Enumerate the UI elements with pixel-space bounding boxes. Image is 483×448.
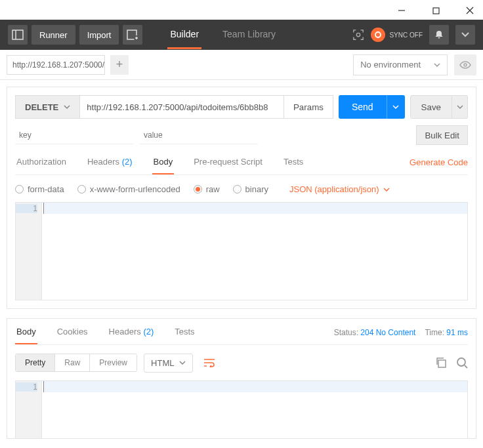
top-tabs: Builder Team Library [167,21,278,49]
notifications-button[interactable] [429,25,449,45]
radio-icon [77,185,86,193]
editor-textarea[interactable] [42,203,467,300]
top-toolbar: Runner Import Builder Team Library SYNC … [0,20,483,50]
resp-tab-headers[interactable]: Headers (2) [108,327,156,344]
svg-point-10 [357,33,360,36]
env-quicklook-button[interactable] [454,54,476,75]
radio-icon [194,185,202,193]
svg-line-14 [465,365,467,368]
tab-tests[interactable]: Tests [282,157,304,174]
param-key-input[interactable] [15,127,133,144]
request-panel: DELETE Params Send Save Bulk Edit Author… [7,87,476,309]
bulk-edit-button[interactable]: Bulk Edit [416,125,468,145]
body-type-selector: form-data x-www-form-urlencoded raw bina… [15,184,468,194]
save-dropdown[interactable] [452,95,468,119]
resp-tab-cookies[interactable]: Cookies [56,327,89,344]
tab-team-library[interactable]: Team Library [220,21,278,49]
request-body-editor[interactable]: 1 [15,202,468,300]
sync-toggle[interactable]: SYNC OFF [371,28,423,42]
svg-rect-12 [438,360,446,367]
radio-x-www-form-urlencoded[interactable]: x-www-form-urlencoded [77,184,180,194]
runner-button[interactable]: Runner [32,25,75,45]
response-body-editor[interactable]: 1 [15,380,468,438]
params-button[interactable]: Params [284,95,333,119]
param-value-input[interactable] [140,127,258,144]
environment-select[interactable]: No environment [353,54,448,75]
window-titlebar [0,0,483,20]
sync-icon [371,28,385,42]
time-value: 91 ms [446,328,468,337]
radio-icon [233,185,242,193]
radio-raw[interactable]: raw [194,184,220,194]
view-preview[interactable]: Preview [89,354,136,371]
http-method-select[interactable]: DELETE [15,95,80,119]
wrap-icon [203,358,215,367]
tab-headers[interactable]: Headers (2) [86,157,134,174]
content-type-select[interactable]: JSON (application/json) [289,184,390,194]
http-method-label: DELETE [25,102,58,112]
search-icon[interactable] [456,357,468,369]
sidebar-toggle-button[interactable] [8,25,28,45]
send-button[interactable]: Send [339,95,387,119]
request-tab[interactable]: http://192.168.1.207:5000/a [7,55,105,75]
radio-form-data[interactable]: form-data [15,184,64,194]
response-meta: Status: 204 No Content Time: 91 ms [334,328,468,344]
response-panel: Body Cookies Headers (2) Tests Status: 2… [7,318,476,439]
new-request-tab[interactable]: + [110,55,129,75]
editor-gutter: 1 [16,381,42,438]
response-tabs: Body Cookies Headers (2) Tests [15,327,196,344]
new-tab-button[interactable] [123,25,142,45]
request-tabs: Authorization Headers (2) Body Pre-reque… [15,157,468,175]
editor-gutter: 1 [16,203,42,300]
response-format-select[interactable]: HTML [144,354,193,373]
import-button[interactable]: Import [79,25,119,45]
editor-textarea[interactable] [42,381,467,438]
env-bar: http://192.168.1.207:5000/a + No environ… [0,50,483,80]
wrap-lines-button[interactable] [200,353,219,373]
url-input[interactable] [80,95,284,119]
maximize-button[interactable] [427,1,445,20]
send-dropdown[interactable] [387,95,405,119]
resp-tab-tests[interactable]: Tests [173,327,196,344]
radio-binary[interactable]: binary [233,184,268,194]
tab-prerequest[interactable]: Pre-request Script [192,157,264,174]
svg-rect-1 [433,8,439,14]
generate-code-link[interactable]: Generate Code [410,157,468,174]
radio-icon [15,185,24,193]
resp-tab-body[interactable]: Body [15,327,37,344]
view-raw[interactable]: Raw [54,354,89,371]
copy-icon[interactable] [435,357,447,369]
chevron-down-icon [383,188,390,192]
chevron-down-icon [179,361,186,365]
chevron-down-icon [457,105,463,109]
chevron-down-icon [434,63,440,67]
environment-label: No environment [360,60,421,70]
chevron-down-icon [64,105,70,109]
svg-point-11 [464,64,467,66]
save-button[interactable]: Save [410,95,452,119]
svg-point-13 [457,358,465,366]
tab-builder[interactable]: Builder [167,21,201,49]
view-pretty[interactable]: Pretty [16,354,54,371]
chevron-down-icon [392,105,399,109]
response-view-mode: Pretty Raw Preview [15,354,137,372]
tab-authorization[interactable]: Authorization [15,157,68,174]
minimize-button[interactable] [392,1,411,20]
capture-icon[interactable] [352,29,364,41]
sync-label: SYNC OFF [389,31,423,39]
user-menu-button[interactable] [455,25,475,45]
tab-body[interactable]: Body [152,157,175,174]
close-button[interactable] [461,1,479,20]
svg-rect-4 [12,30,23,39]
status-value: 204 No Content [360,328,415,337]
